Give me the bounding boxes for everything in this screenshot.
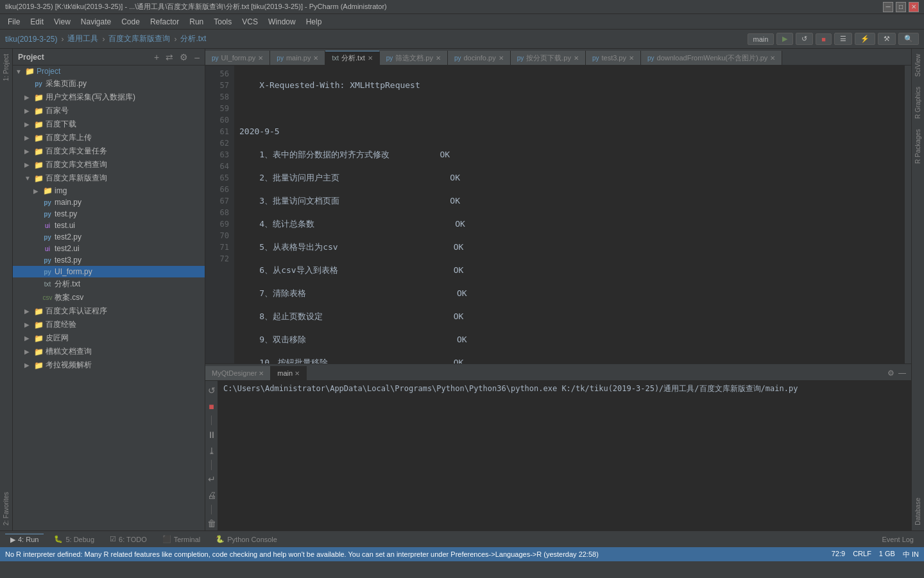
tab-uiformpy[interactable]: py UI_form.py ✕ (205, 51, 270, 65)
tree-item-file-caijiym[interactable]: py 采集页面.py (13, 77, 205, 91)
maximize-button[interactable]: □ (896, 2, 906, 12)
tree-item-folder-newquery[interactable]: ▼ 📁 百度文库新版查询 (13, 171, 205, 185)
run-panel-collapse-icon[interactable]: — (898, 369, 906, 378)
breadcrumb-folder1[interactable]: 通用工具 (67, 33, 98, 44)
tree-item-testpy[interactable]: py test.py (13, 208, 205, 220)
run-tab-myqtdesigner[interactable]: MyQtDesigner ✕ (205, 366, 271, 380)
tab-shaixuanpy[interactable]: py 筛选文档.py ✕ (380, 51, 448, 65)
tree-item-testui[interactable]: ui test.ui (13, 220, 205, 231)
sidebar-tab-sciview[interactable]: SciView (912, 49, 923, 82)
bottom-tab-python-console[interactable]: 🐍 Python Console (210, 534, 282, 545)
tree-item-folder-wenliang[interactable]: ▶ 📁 百度文库文量任务 (13, 144, 205, 158)
sidebar-tab-database[interactable]: Database (912, 493, 923, 530)
tab-pagedlpy[interactable]: py 按分页下载.py ✕ (511, 51, 586, 65)
tree-item-root[interactable]: ▼ 📁 Project (13, 66, 205, 77)
tab-close-uiformpy[interactable]: ✕ (258, 55, 263, 62)
build-button[interactable]: ⚒ (878, 33, 896, 45)
bottom-tab-eventlog[interactable]: Event Log (877, 534, 919, 545)
search-button[interactable]: 🔍 (898, 33, 919, 45)
bottom-tab-todo[interactable]: ☑ 6: TODO (105, 534, 152, 545)
sidebar-tab-rpackages[interactable]: R Packages (912, 124, 923, 169)
bottom-tab-terminal[interactable]: ⬛ Terminal (157, 534, 206, 545)
clear-button[interactable]: 🗑 (205, 517, 219, 530)
tree-item-folder-img[interactable]: ▶ 📁 img (13, 185, 205, 197)
tree-item-folder-jingyan[interactable]: ▶ 📁 百度经验 (13, 318, 205, 331)
project-minimize-button[interactable]: – (194, 52, 200, 62)
tree-item-test2ui[interactable]: ui test2.ui (13, 243, 205, 254)
menu-item-refactor[interactable]: Refactor (145, 16, 184, 28)
tree-item-folder-userdb[interactable]: ▶ 📁 用户文档采集(写入数据库) (13, 91, 205, 104)
breadcrumb-folder2[interactable]: 百度文库新版查询 (108, 33, 170, 44)
softrap-button[interactable]: ↵ (205, 473, 219, 486)
tab-test3py[interactable]: py test3.py ✕ (586, 51, 641, 65)
project-add-button[interactable]: + (154, 52, 159, 62)
bottom-tab-debug[interactable]: 🐛 5: Debug (49, 534, 99, 545)
run-tab-close-myqt[interactable]: ✕ (259, 370, 264, 377)
menu-item-help[interactable]: Help (301, 16, 327, 28)
menu-item-vcs[interactable]: VCS (237, 16, 263, 28)
sidebar-tab-project[interactable]: 1: Project (1, 49, 12, 86)
tab-close-download[interactable]: ✕ (770, 55, 775, 62)
menu-item-code[interactable]: Code (116, 16, 145, 28)
tree-item-folder-kaola[interactable]: ▶ 📁 考拉视频解析 (13, 358, 205, 372)
run-config-button[interactable]: main (748, 33, 774, 45)
run-button[interactable]: ▶ (776, 33, 793, 45)
coverage-button[interactable]: ☰ (834, 33, 852, 45)
tree-item-jiaoansv[interactable]: csv 教案.csv (13, 291, 205, 304)
tree-item-folder-baidudl[interactable]: ▶ 📁 百度下载 (13, 118, 205, 131)
tab-close-mainpy[interactable]: ✕ (313, 55, 318, 62)
tree-item-uiformpy[interactable]: py UI_form.py (13, 266, 205, 277)
tree-item-folder-pijiang[interactable]: ▶ 📁 皮匠网 (13, 331, 205, 345)
sidebar-tab-favorites[interactable]: 2: Favorites (1, 487, 12, 530)
tree-item-folder-caogao[interactable]: ▶ 📁 槽糕文档查询 (13, 345, 205, 358)
tab-downloadpy[interactable]: py downloadFromWenku(不含图片).py ✕ (641, 51, 782, 65)
tree-item-test3py[interactable]: py test3.py (13, 254, 205, 266)
menu-item-navigate[interactable]: Navigate (76, 16, 116, 28)
tree-item-mainpy[interactable]: py main.py (13, 197, 205, 208)
project-sync-button[interactable]: ⇄ (166, 52, 173, 62)
print-button[interactable]: 🖨 (205, 489, 219, 502)
editor-scrollbar[interactable] (905, 66, 911, 363)
menu-item-tools[interactable]: Tools (209, 16, 237, 28)
bottom-tab-run[interactable]: ▶ 4: Run (5, 534, 44, 545)
stop-button[interactable]: ■ (816, 33, 832, 45)
run-panel-settings-icon[interactable]: ⚙ (887, 369, 894, 378)
tree-item-analystxt[interactable]: txt 分析.txt (13, 277, 205, 291)
minimize-button[interactable]: ─ (883, 2, 893, 12)
tab-close-pagedl[interactable]: ✕ (574, 55, 579, 62)
code-editor[interactable]: X-Requested-With: XMLHttpRequest 2020-9-… (234, 66, 905, 363)
project-settings-button[interactable]: ⚙ (180, 52, 188, 62)
breadcrumb-file[interactable]: 分析.txt (180, 33, 206, 44)
menu-item-file[interactable]: File (3, 16, 25, 28)
run-tab-main[interactable]: main ✕ (271, 366, 307, 380)
scroll-end-button[interactable]: ⤓ (205, 444, 219, 457)
tab-mainpy[interactable]: py main.py ✕ (270, 51, 325, 65)
rerun-button[interactable]: ↺ (796, 33, 813, 45)
menu-item-run[interactable]: Run (184, 16, 209, 28)
menu-item-edit[interactable]: Edit (25, 16, 49, 28)
close-button[interactable]: ✕ (909, 2, 919, 12)
tree-item-folder-wendocquery[interactable]: ▶ 📁 百度文库文档查询 (13, 158, 205, 171)
menu-item-view[interactable]: View (49, 16, 76, 28)
profile-button[interactable]: ⚡ (855, 33, 875, 45)
tab-close-docinfo[interactable]: ✕ (499, 55, 504, 62)
sidebar-tab-rgraphics[interactable]: R Graphics (912, 82, 923, 124)
status-position[interactable]: 72:9 (832, 550, 845, 559)
rerun-run-button[interactable]: ↺ (205, 383, 219, 397)
tree-item-folder-baiduup[interactable]: ▶ 📁 百度文库上传 (13, 131, 205, 144)
tab-close-analystxt[interactable]: ✕ (368, 55, 373, 62)
run-tab-close-main[interactable]: ✕ (295, 370, 300, 377)
tab-close-shaixuan[interactable]: ✕ (436, 55, 441, 62)
status-lang[interactable]: 中 IN (903, 550, 919, 559)
menu-item-window[interactable]: Window (263, 16, 301, 28)
tree-item-folder-renzheng[interactable]: ▶ 📁 百度文库认证程序 (13, 304, 205, 318)
tree-item-test2py[interactable]: py test2.py (13, 231, 205, 243)
pause-button[interactable]: ⏸ (205, 428, 219, 441)
status-crlf[interactable]: CRLF (853, 550, 871, 559)
breadcrumb-project[interactable]: tiku(2019-3-25) (5, 35, 57, 44)
stop-run-button[interactable]: ■ (205, 399, 219, 413)
tab-close-test3[interactable]: ✕ (629, 55, 634, 62)
tree-item-folder-baijia[interactable]: ▶ 📁 百家号 (13, 104, 205, 118)
tab-docinfopy[interactable]: py docinfo.py ✕ (448, 51, 511, 65)
tab-analystxt[interactable]: txt 分析.txt ✕ (325, 51, 379, 65)
